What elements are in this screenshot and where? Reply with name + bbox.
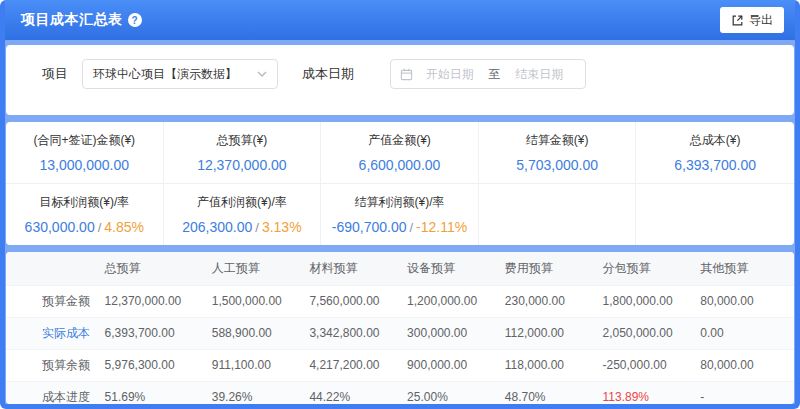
row-label: 预算余额 <box>6 349 101 381</box>
summary-profit-value: 206,300.00/3.13% <box>182 218 301 235</box>
summary-value: 6,600,000.00 <box>359 157 441 173</box>
col-header-material-budget: 材料预算 <box>305 252 403 285</box>
profit-separator: / <box>98 220 102 235</box>
profit-amount: 630,000.00 <box>25 219 95 235</box>
table-cell: 911,100.00 <box>208 349 306 381</box>
summary-label: 总成本(¥) <box>640 132 790 149</box>
table-cell: 588,900.00 <box>208 317 306 349</box>
export-icon <box>731 14 744 27</box>
profit-rate: -12.11% <box>416 219 467 235</box>
summary-label: (合同+签证)金额(¥) <box>10 132 159 149</box>
project-select-value: 环球中心项目【演示数据】 <box>93 66 237 83</box>
help-icon[interactable]: ? <box>128 13 142 27</box>
profit-separator: / <box>409 220 413 235</box>
profit-amount: 206,300.00 <box>182 219 252 235</box>
project-cost-summary-page: 项目成本汇总表 ? 导出 项目 环球中心项目【演示数据】 成本日期 <box>0 0 800 409</box>
summary-cell-output-amount: 产值金额(¥) 6,600,000.00 <box>321 122 479 184</box>
col-header-total-budget: 总预算 <box>101 252 208 285</box>
summary-cell-contract-amount: (合同+签证)金额(¥) 13,000,000.00 <box>6 122 164 184</box>
profit-amount: -690,700.00 <box>332 219 407 235</box>
table-header-row: 总预算 人工预算 材料预算 设备预算 费用预算 分包预算 其他预算 <box>6 252 794 285</box>
table-cell: 112,000.00 <box>501 317 599 349</box>
summary-value: 5,703,000.00 <box>516 157 598 173</box>
calendar-icon <box>400 68 413 81</box>
summary-label: 结算金额(¥) <box>483 132 632 149</box>
col-header-equipment-budget: 设备预算 <box>403 252 501 285</box>
end-date-input[interactable]: 结束日期 <box>503 66 577 83</box>
table-cell: 0.00 <box>696 317 794 349</box>
cost-breakdown-table: 总预算 人工预算 材料预算 设备预算 费用预算 分包预算 其他预算 预算金额 1… <box>6 252 794 404</box>
summary-label: 结算利润额(¥)/率 <box>325 194 474 211</box>
table-cell: 4,217,200.00 <box>305 349 403 381</box>
col-header-row-label <box>6 252 101 285</box>
page-title-wrap: 项目成本汇总表 ? <box>21 11 142 29</box>
table-cell: 1,200,000.00 <box>403 285 501 317</box>
table-row-budget-amount: 预算金额 12,370,000.00 1,500,000.00 7,560,00… <box>6 285 794 317</box>
summary-cell-empty <box>479 184 637 245</box>
table-cell: 1,500,000.00 <box>208 285 306 317</box>
table-cell: 12,370,000.00 <box>101 285 208 317</box>
summary-cell-settlement-amount: 结算金额(¥) 5,703,000.00 <box>479 122 637 184</box>
project-select[interactable]: 环球中心项目【演示数据】 <box>82 59 278 89</box>
summary-value: 13,000,000.00 <box>40 157 130 173</box>
col-header-other-budget: 其他预算 <box>696 252 794 285</box>
summary-profit-value: 630,000.00/4.85% <box>25 218 144 235</box>
summary-profit-value: -690,700.00/-12.11% <box>332 218 467 235</box>
summary-label: 产值金额(¥) <box>325 132 474 149</box>
table-cell-over-budget: 113.89% <box>599 381 697 404</box>
summary-cell-empty <box>636 184 794 245</box>
table-cell: - <box>696 381 794 404</box>
row-label-actual-cost-link[interactable]: 实际成本 <box>6 317 101 349</box>
table-cell: 25.00% <box>403 381 501 404</box>
summary-cell-output-profit: 产值利润额(¥)/率 206,300.00/3.13% <box>164 184 322 245</box>
summary-label: 总预算(¥) <box>168 132 317 149</box>
filter-bar: 项目 环球中心项目【演示数据】 成本日期 开始日期 至 结束日期 <box>6 45 794 115</box>
summary-value: 6,393,700.00 <box>674 157 756 173</box>
profit-rate: 3.13% <box>262 219 302 235</box>
summary-label: 产值利润额(¥)/率 <box>168 194 317 211</box>
table-cell: 300,000.00 <box>403 317 501 349</box>
table-cell: 48.70% <box>501 381 599 404</box>
table-cell: 3,342,800.00 <box>305 317 403 349</box>
cost-date-filter-label: 成本日期 <box>302 59 354 115</box>
summary-panel: (合同+签证)金额(¥) 13,000,000.00 总预算(¥) 12,370… <box>6 122 794 245</box>
summary-cell-target-profit: 目标利润额(¥)/率 630,000.00/4.85% <box>6 184 164 245</box>
table-cell: 44.22% <box>305 381 403 404</box>
table-cell: 5,976,300.00 <box>101 349 208 381</box>
col-header-expense-budget: 费用预算 <box>501 252 599 285</box>
table-cell: 230,000.00 <box>501 285 599 317</box>
cost-breakdown-panel: 总预算 人工预算 材料预算 设备预算 费用预算 分包预算 其他预算 预算金额 1… <box>6 252 794 404</box>
summary-cell-settlement-profit: 结算利润额(¥)/率 -690,700.00/-12.11% <box>321 184 479 245</box>
table-cell: 6,393,700.00 <box>101 317 208 349</box>
table-cell: 900,000.00 <box>403 349 501 381</box>
table-cell: 80,000.00 <box>696 285 794 317</box>
table-cell: 39.26% <box>208 381 306 404</box>
table-row-budget-balance: 预算余额 5,976,300.00 911,100.00 4,217,200.0… <box>6 349 794 381</box>
table-row-cost-progress: 成本进度 51.69% 39.26% 44.22% 25.00% 48.70% … <box>6 381 794 404</box>
start-date-input[interactable]: 开始日期 <box>413 66 487 83</box>
col-header-labor-budget: 人工预算 <box>208 252 306 285</box>
page-title: 项目成本汇总表 <box>21 11 123 29</box>
chevron-down-icon <box>257 71 267 77</box>
row-label: 成本进度 <box>6 381 101 404</box>
table-cell: -250,000.00 <box>599 349 697 381</box>
project-filter-label: 项目 <box>42 59 68 115</box>
table-cell: 1,800,000.00 <box>599 285 697 317</box>
profit-rate: 4.85% <box>104 219 144 235</box>
summary-row-amounts: (合同+签证)金额(¥) 13,000,000.00 总预算(¥) 12,370… <box>6 122 794 245</box>
profit-separator: / <box>255 220 259 235</box>
date-range-separator: 至 <box>487 66 503 83</box>
export-button[interactable]: 导出 <box>720 7 784 33</box>
summary-cell-total-budget: 总预算(¥) 12,370,000.00 <box>164 122 322 184</box>
row-label: 预算金额 <box>6 285 101 317</box>
summary-value: 12,370,000.00 <box>197 157 287 173</box>
col-header-subcontract-budget: 分包预算 <box>599 252 697 285</box>
table-row-actual-cost: 实际成本 6,393,700.00 588,900.00 3,342,800.0… <box>6 317 794 349</box>
table-cell: 118,000.00 <box>501 349 599 381</box>
page-header: 项目成本汇总表 ? 导出 <box>5 0 795 40</box>
table-cell: 80,000.00 <box>696 349 794 381</box>
table-cell: 7,560,000.00 <box>305 285 403 317</box>
table-cell: 2,050,000.00 <box>599 317 697 349</box>
table-cell: 51.69% <box>101 381 208 404</box>
date-range-picker[interactable]: 开始日期 至 结束日期 <box>390 59 586 89</box>
